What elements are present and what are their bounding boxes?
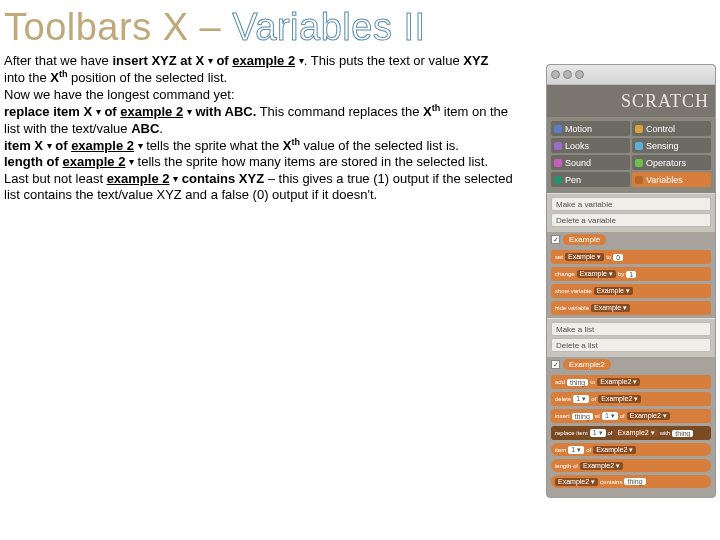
list-buttons: Make a list Delete a list bbox=[547, 318, 715, 357]
line-4: replace item X ▾ of example 2 ▾ with ABC… bbox=[4, 103, 540, 121]
block-change[interactable]: changeExample ▾by1 bbox=[551, 267, 711, 281]
block-add[interactable]: addthingtoExample2 ▾ bbox=[551, 375, 711, 389]
t: insert XYZ at X bbox=[112, 53, 207, 68]
t: example 2 bbox=[63, 154, 126, 169]
brand-bar: SCRATCH bbox=[547, 85, 715, 117]
scratch-sidebar: SCRATCH Motion Control Looks Sensing Sou… bbox=[546, 64, 716, 498]
cat-motion[interactable]: Motion bbox=[551, 121, 630, 136]
list-blocks: addthingtoExample2 ▾ delete1 ▾ofExample2… bbox=[547, 372, 715, 491]
checkbox-icon[interactable] bbox=[551, 235, 560, 244]
t: Sound bbox=[565, 158, 591, 168]
t: Motion bbox=[565, 124, 592, 134]
looks-icon bbox=[554, 142, 562, 150]
t: XYZ bbox=[463, 53, 488, 68]
t: list with the text/value bbox=[4, 121, 131, 136]
block-insert[interactable]: insertthingat1 ▾ofExample2 ▾ bbox=[551, 409, 711, 423]
dropdown-icon: ▾ bbox=[47, 140, 52, 153]
line-1: After that we have insert XYZ at X ▾ of … bbox=[4, 53, 540, 69]
t: Operators bbox=[646, 158, 686, 168]
var-buttons: Make a variable Delete a variable bbox=[547, 193, 715, 232]
line-2: into the Xth position of the selected li… bbox=[4, 69, 540, 87]
t: example 2 bbox=[107, 171, 170, 186]
cat-sound[interactable]: Sound bbox=[551, 155, 630, 170]
line-7: length of example 2 ▾ tells the sprite h… bbox=[4, 154, 540, 170]
operators-icon bbox=[635, 159, 643, 167]
t: Sensing bbox=[646, 141, 679, 151]
t: After that we have bbox=[4, 53, 112, 68]
variables-icon bbox=[635, 176, 643, 184]
t: tells the sprite what the bbox=[143, 138, 283, 153]
block-show[interactable]: show variableExample ▾ bbox=[551, 284, 711, 298]
t: into the bbox=[4, 71, 50, 86]
block-length[interactable]: length ofExample2 ▾ bbox=[551, 459, 711, 472]
block-set[interactable]: setExample ▾to0 bbox=[551, 250, 711, 264]
category-grid: Motion Control Looks Sensing Sound Opera… bbox=[547, 117, 715, 193]
make-variable-button[interactable]: Make a variable bbox=[551, 197, 711, 211]
block-replace[interactable]: replace item1 ▾ofExample2 ▾withthing bbox=[551, 426, 711, 440]
dropdown-icon: ▾ bbox=[138, 140, 143, 153]
dropdown-icon: ▾ bbox=[299, 55, 304, 68]
window-dot-icon bbox=[563, 70, 572, 79]
line-8: Last but not least example 2 ▾ contains … bbox=[4, 171, 540, 187]
t: of bbox=[52, 138, 72, 153]
t: contains XYZ bbox=[178, 171, 264, 186]
block-item[interactable]: item1 ▾ofExample2 ▾ bbox=[551, 443, 711, 456]
t: ABC bbox=[131, 121, 159, 136]
cat-variables[interactable]: Variables bbox=[632, 172, 711, 187]
t: item X bbox=[4, 138, 47, 153]
cat-looks[interactable]: Looks bbox=[551, 138, 630, 153]
cat-pen[interactable]: Pen bbox=[551, 172, 630, 187]
window-dot-icon bbox=[575, 70, 584, 79]
line-9: list contains the text/value XYZ and a f… bbox=[4, 187, 540, 203]
t: Variables bbox=[646, 175, 683, 185]
t: . bbox=[159, 121, 163, 136]
t: length of bbox=[4, 154, 63, 169]
t: – this gives a true (1) output if the se… bbox=[264, 171, 513, 186]
t: example 2 bbox=[120, 104, 183, 119]
line-5: list with the text/value ABC. bbox=[4, 121, 540, 137]
window-header bbox=[547, 65, 715, 85]
sound-icon bbox=[554, 159, 562, 167]
t: Looks bbox=[565, 141, 589, 151]
t: Last but not least bbox=[4, 171, 107, 186]
var-blocks: setExample ▾to0 changeExample ▾by1 show … bbox=[547, 247, 715, 318]
block-contains[interactable]: Example2 ▾containsthing bbox=[551, 475, 711, 488]
delete-list-button[interactable]: Delete a list bbox=[551, 338, 711, 352]
block-hide[interactable]: hide variableExample ▾ bbox=[551, 301, 711, 315]
line-6: item X ▾ of example 2 ▾ tells the sprite… bbox=[4, 137, 540, 155]
cat-control[interactable]: Control bbox=[632, 121, 711, 136]
list-checkline: Example2 bbox=[547, 357, 715, 372]
title-plain: Toolbars X – bbox=[4, 6, 232, 48]
t: . This puts the text or value bbox=[304, 53, 463, 68]
control-icon bbox=[635, 125, 643, 133]
dropdown-icon: ▾ bbox=[173, 173, 178, 186]
var-checkline: Example bbox=[547, 232, 715, 247]
block-delete[interactable]: delete1 ▾ofExample2 ▾ bbox=[551, 392, 711, 406]
window-dot-icon bbox=[551, 70, 560, 79]
t: item on the bbox=[440, 104, 508, 119]
t: of bbox=[213, 53, 233, 68]
variable-reporter[interactable]: Example bbox=[563, 234, 606, 245]
motion-icon bbox=[554, 125, 562, 133]
make-list-button[interactable]: Make a list bbox=[551, 322, 711, 336]
cat-operators[interactable]: Operators bbox=[632, 155, 711, 170]
t: example 2 bbox=[232, 53, 295, 68]
t: X bbox=[423, 104, 432, 119]
pen-icon bbox=[554, 176, 562, 184]
delete-variable-button[interactable]: Delete a variable bbox=[551, 213, 711, 227]
t: Pen bbox=[565, 175, 581, 185]
title-outline: Variables II bbox=[232, 6, 425, 48]
checkbox-icon[interactable] bbox=[551, 360, 560, 369]
cat-sensing[interactable]: Sensing bbox=[632, 138, 711, 153]
t: th bbox=[291, 137, 300, 147]
brand-label: SCRATCH bbox=[621, 91, 709, 112]
dropdown-icon: ▾ bbox=[208, 55, 213, 68]
t: Control bbox=[646, 124, 675, 134]
list-reporter[interactable]: Example2 bbox=[563, 359, 611, 370]
t: with ABC. bbox=[192, 104, 257, 119]
line-3: Now we have the longest command yet: bbox=[4, 87, 540, 103]
page-title: Toolbars X – Variables II bbox=[0, 0, 720, 53]
t: position of the selected list. bbox=[67, 71, 227, 86]
dropdown-icon: ▾ bbox=[96, 106, 101, 119]
t: example 2 bbox=[71, 138, 134, 153]
